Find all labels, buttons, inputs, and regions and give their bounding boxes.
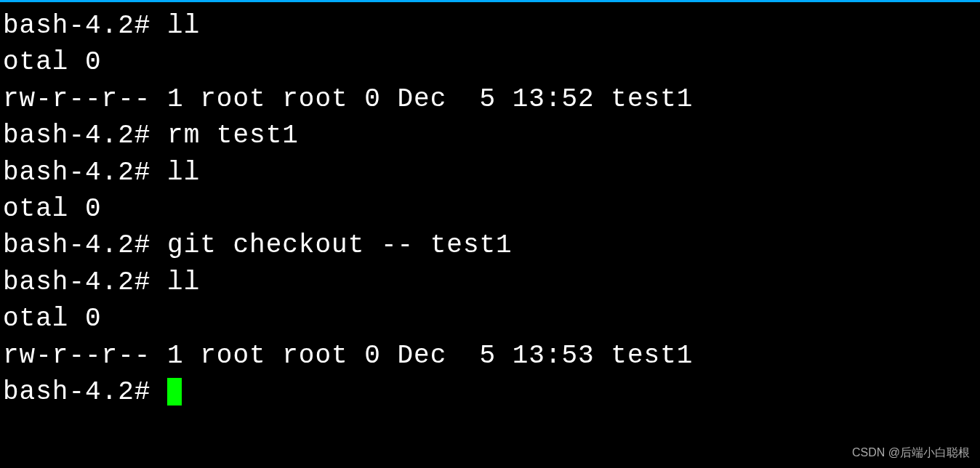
terminal-line: otal 0 <box>3 301 980 337</box>
terminal-line: bash-4.2# rm test1 <box>3 118 980 154</box>
terminal-line: bash-4.2# ll <box>3 155 980 191</box>
terminal-line: bash-4.2# ll <box>3 265 980 301</box>
terminal-window[interactable]: bash-4.2# ll otal 0 rw-r--r-- 1 root roo… <box>0 2 980 411</box>
terminal-line: otal 0 <box>3 191 980 227</box>
terminal-prompt: bash-4.2# <box>3 377 167 407</box>
terminal-prompt-line[interactable]: bash-4.2# <box>3 374 980 411</box>
terminal-line: rw-r--r-- 1 root root 0 Dec 5 13:53 test… <box>3 338 980 374</box>
terminal-line: bash-4.2# git checkout -- test1 <box>3 227 980 264</box>
cursor-icon <box>167 378 182 406</box>
watermark-text: CSDN @后端小白聪根 <box>852 445 970 461</box>
terminal-line: bash-4.2# ll <box>3 8 980 44</box>
terminal-line: otal 0 <box>3 44 980 81</box>
terminal-line: rw-r--r-- 1 root root 0 Dec 5 13:52 test… <box>3 81 980 118</box>
